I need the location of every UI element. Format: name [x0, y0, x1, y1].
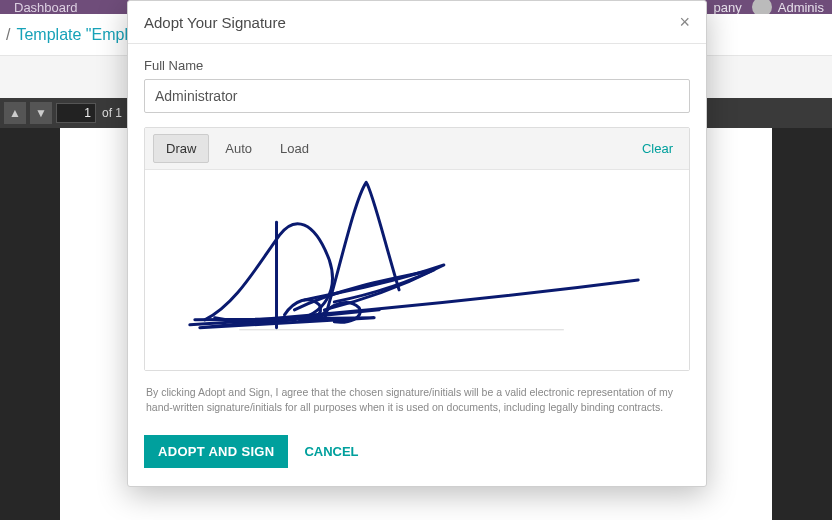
adopt-and-sign-button[interactable]: ADOPT AND SIGN	[144, 435, 288, 468]
breadcrumb-sep: /	[6, 26, 10, 44]
cancel-button[interactable]: CANCEL	[304, 444, 358, 459]
modal-header: Adopt Your Signature ×	[128, 1, 706, 44]
signature-canvas[interactable]	[145, 170, 689, 370]
arrow-up-icon: ▲	[9, 106, 21, 120]
tab-draw[interactable]: Draw	[153, 134, 209, 163]
full-name-input[interactable]	[144, 79, 690, 113]
signature-panel: Draw Auto Load Clear	[144, 127, 690, 371]
close-icon: ×	[679, 12, 690, 32]
modal-footer: ADOPT AND SIGN CANCEL	[128, 421, 706, 486]
arrow-down-icon: ▼	[35, 106, 47, 120]
legal-disclaimer: By clicking Adopt and Sign, I agree that…	[146, 385, 688, 415]
signature-mode-tabs: Draw Auto Load Clear	[145, 128, 689, 170]
page-down-button[interactable]: ▼	[30, 102, 52, 124]
tab-load[interactable]: Load	[268, 135, 321, 162]
clear-signature-button[interactable]: Clear	[634, 135, 681, 162]
signature-drawing-icon	[145, 170, 689, 370]
modal-title: Adopt Your Signature	[144, 14, 286, 31]
tab-auto[interactable]: Auto	[213, 135, 264, 162]
breadcrumb-text[interactable]: Template "Emplo	[16, 26, 136, 44]
adopt-signature-modal: Adopt Your Signature × Full Name Draw Au…	[127, 0, 707, 487]
page-up-button[interactable]: ▲	[4, 102, 26, 124]
page-total-label: of 1	[102, 106, 122, 120]
topbar-tab-dashboard[interactable]: Dashboard	[0, 0, 92, 15]
full-name-label: Full Name	[144, 58, 690, 73]
topbar-username[interactable]: Adminis	[778, 0, 832, 15]
modal-close-button[interactable]: ×	[679, 13, 690, 31]
page-number-input[interactable]	[56, 103, 96, 123]
topbar-company[interactable]: pany	[714, 0, 752, 15]
